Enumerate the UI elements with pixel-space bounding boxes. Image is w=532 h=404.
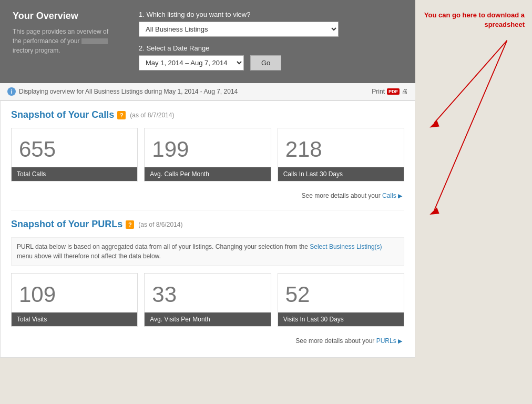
redacted-text <box>81 38 108 44</box>
svg-line-2 <box>434 41 507 210</box>
print-link[interactable]: Print PDF 🖨 <box>372 88 408 95</box>
avg-calls-label: Avg. Calls Per Month <box>145 167 270 181</box>
avg-visits-card: 33 Avg. Visits Per Month <box>144 273 271 327</box>
avg-visits-label: Avg. Visits Per Month <box>145 312 270 326</box>
annotation-text: You can go here to download a spreadshee… <box>423 11 525 29</box>
listing-label: 1. Which listing do you want to view? <box>139 11 403 18</box>
total-calls-label: Total Calls <box>12 167 137 181</box>
avg-calls-number: 199 <box>145 128 270 167</box>
total-visits-card: 109 Total Visits <box>11 273 138 327</box>
go-button[interactable]: Go <box>250 55 281 70</box>
annotation-arrows <box>415 21 532 263</box>
svg-line-0 <box>434 41 507 123</box>
overview-title: Your Overview <box>13 11 128 22</box>
purl-notice: PURL data below is based on aggregated d… <box>11 237 404 266</box>
last30-visits-label: Visits In Last 30 Days <box>278 312 404 326</box>
overview-description: This page provides an overview of the pe… <box>13 27 118 55</box>
info-icon: i <box>7 87 16 96</box>
avg-visits-number: 33 <box>145 274 270 312</box>
last30-visits-number: 52 <box>278 274 404 312</box>
listing-select[interactable]: All Business Listings <box>139 22 339 37</box>
pdf-badge: PDF <box>387 88 400 95</box>
total-visits-label: Total Visits <box>12 312 137 326</box>
total-visits-number: 109 <box>12 274 137 312</box>
purls-stat-cards: 109 Total Visits 33 Avg. Visits Per Mont… <box>11 273 404 327</box>
avg-calls-card: 199 Avg. Calls Per Month <box>144 128 271 181</box>
last30-visits-card: 52 Visits In Last 30 Days <box>278 273 404 327</box>
last30-calls-card: 218 Calls In Last 30 Days <box>278 128 404 181</box>
calls-see-more-link[interactable]: Calls <box>382 192 396 199</box>
purls-section-header: Snapshot of Your PURLs ? (as of 8/6/2014… <box>11 219 404 230</box>
purls-see-more-prefix: See more details about your <box>295 337 376 345</box>
calls-section-title: Snapshot of Your Calls <box>11 109 114 120</box>
calls-section-header: Snapshot of Your Calls ? (as of 8/7/2014… <box>11 109 404 120</box>
svg-marker-3 <box>429 207 439 215</box>
date-select[interactable]: May 1, 2014 – Aug 7, 2014 <box>139 55 244 70</box>
calls-help-badge[interactable]: ? <box>117 111 126 119</box>
purls-section-title: Snapshot of Your PURLs <box>11 219 122 230</box>
calls-see-more-prefix: See more details about your <box>302 192 382 199</box>
purls-help-badge[interactable]: ? <box>126 220 134 229</box>
svg-marker-1 <box>429 120 439 128</box>
overview-panel: Your Overview This page provides an over… <box>0 0 415 83</box>
purls-date-note: (as of 8/6/2014) <box>138 221 182 228</box>
calls-see-more: See more details about your Calls ▶ <box>11 188 404 201</box>
last30-calls-label: Calls In Last 30 Days <box>278 167 404 181</box>
section-divider <box>11 210 404 210</box>
purls-see-more: See more details about your PURLs ▶ <box>11 333 404 347</box>
calls-date-note: (as of 8/7/2014) <box>130 112 174 119</box>
last30-calls-number: 218 <box>278 128 404 167</box>
annotation-panel: You can go here to download a spreadshee… <box>415 0 532 358</box>
info-bar: i Displaying overview for All Business L… <box>0 83 415 100</box>
purls-arrow: ▶ <box>398 338 402 344</box>
date-label: 2. Select a Date Range <box>139 44 244 52</box>
print-icon: 🖨 <box>402 88 408 95</box>
content-area: Snapshot of Your Calls ? (as of 8/7/2014… <box>0 100 415 358</box>
calls-arrow: ▶ <box>398 193 402 199</box>
date-form-group: 2. Select a Date Range May 1, 2014 – Aug… <box>139 44 244 70</box>
purl-notice-link[interactable]: Select Business Listing(s) <box>310 243 382 250</box>
info-message: Displaying overview for All Business Lis… <box>19 88 238 95</box>
listing-form-group: 1. Which listing do you want to view? Al… <box>139 11 403 37</box>
calls-stat-cards: 655 Total Calls 199 Avg. Calls Per Month… <box>11 128 404 181</box>
print-label: Print <box>372 88 385 95</box>
purls-see-more-link[interactable]: PURLs <box>376 337 396 345</box>
total-calls-number: 655 <box>12 128 137 167</box>
total-calls-card: 655 Total Calls <box>11 128 138 181</box>
